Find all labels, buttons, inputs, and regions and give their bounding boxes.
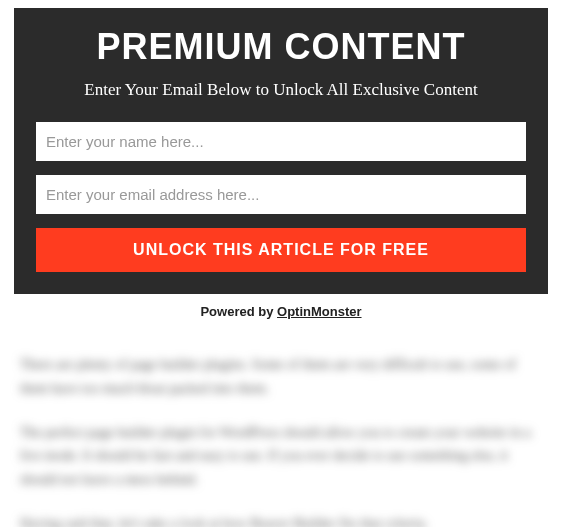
- unlock-button[interactable]: UNLOCK THIS ARTICLE FOR FREE: [36, 228, 526, 272]
- locked-paragraph: There are plenty of page builder plugins…: [20, 353, 542, 401]
- locked-paragraph: Having said that, let's take a look at h…: [20, 512, 542, 527]
- optin-subtitle: Enter Your Email Below to Unlock All Exc…: [36, 80, 526, 100]
- optinmonster-link[interactable]: OptinMonster: [277, 304, 362, 319]
- optin-title: PREMIUM CONTENT: [36, 26, 526, 68]
- powered-by-prefix: Powered by: [200, 304, 277, 319]
- locked-article-preview: There are plenty of page builder plugins…: [0, 343, 562, 527]
- locked-paragraph: The perfect page builder plugin for Word…: [20, 421, 542, 492]
- powered-by-attribution: Powered by OptinMonster: [0, 304, 562, 319]
- optin-modal: PREMIUM CONTENT Enter Your Email Below t…: [14, 8, 548, 294]
- email-input[interactable]: [36, 175, 526, 214]
- name-input[interactable]: [36, 122, 526, 161]
